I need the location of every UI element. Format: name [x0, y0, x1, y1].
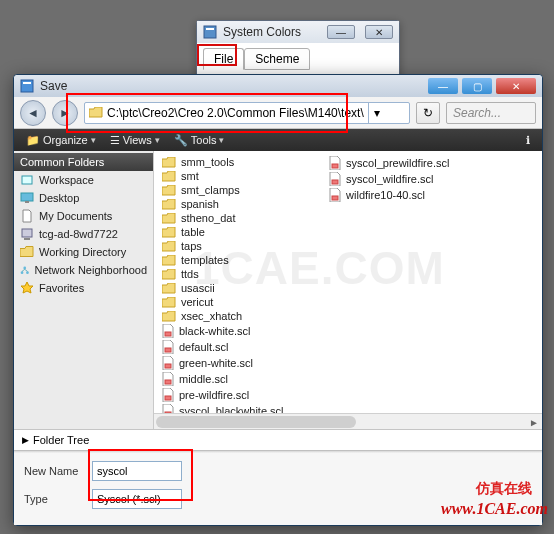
folder-icon	[89, 107, 103, 118]
file-item[interactable]: syscol_wildfire.scl	[327, 171, 451, 187]
newname-input[interactable]: syscol	[92, 461, 182, 481]
address-dropdown-icon[interactable]: ▾	[368, 103, 386, 123]
workdir-icon	[20, 245, 34, 259]
scl-file-icon	[162, 388, 174, 402]
file-pane[interactable]: 1CAE.COM smm_toolssmtsmt_clampsspanishst…	[154, 151, 542, 413]
file-item[interactable]: default.scl	[160, 339, 313, 355]
scrollbar-thumb[interactable]	[156, 416, 356, 428]
file-item[interactable]: green-white.scl	[160, 355, 313, 371]
file-item[interactable]: middle.scl	[160, 371, 313, 387]
documents-icon	[20, 209, 34, 223]
svg-rect-13	[165, 348, 171, 352]
tab-file[interactable]: File	[203, 48, 244, 70]
file-item[interactable]: pre-wildfire.scl	[160, 387, 313, 403]
file-item[interactable]: black-white.scl	[160, 323, 313, 339]
save-titlebar[interactable]: Save — ▢ ✕	[14, 75, 542, 97]
sidebar-header: Common Folders	[14, 153, 153, 171]
search-input[interactable]: Search...	[446, 102, 536, 124]
svg-point-11	[23, 267, 26, 270]
folder-item[interactable]: vericut	[160, 295, 313, 309]
save-app-icon	[20, 79, 34, 93]
scroll-right-icon[interactable]: ►	[526, 414, 542, 429]
folder-item[interactable]: ttds	[160, 267, 313, 281]
address-text: C:\ptc\Creo2\Creo 2.0\Common Files\M140\…	[107, 106, 364, 120]
svg-rect-2	[21, 80, 33, 92]
sidebar-item-network[interactable]: Network Neighborhood	[14, 261, 153, 279]
close-button[interactable]: ✕	[365, 25, 393, 39]
folder-icon	[162, 213, 176, 224]
chevron-right-icon: ▶	[22, 435, 29, 445]
svg-point-9	[21, 271, 24, 274]
tools-menu[interactable]: 🔧 Tools	[168, 132, 231, 149]
minimize-button[interactable]: —	[428, 78, 458, 94]
minimize-button[interactable]: —	[327, 25, 355, 39]
organize-icon: 📁	[26, 134, 40, 147]
close-button[interactable]: ✕	[496, 78, 536, 94]
form-area: New Name syscol Type Syscol (*.scl)	[14, 453, 542, 525]
folder-item[interactable]: spanish	[160, 197, 313, 211]
system-colors-titlebar[interactable]: System Colors — ✕	[197, 21, 399, 43]
file-item[interactable]: syscol_blackwhite.scl	[160, 403, 313, 413]
address-bar[interactable]: C:\ptc\Creo2\Creo 2.0\Common Files\M140\…	[84, 102, 410, 124]
back-button[interactable]: ◄	[20, 100, 46, 126]
file-item[interactable]: wildfire10-40.scl	[327, 187, 451, 203]
folder-icon	[162, 297, 176, 308]
svg-rect-0	[204, 26, 216, 38]
favorites-icon	[20, 281, 34, 295]
svg-point-10	[26, 271, 29, 274]
folder-item[interactable]: smm_tools	[160, 155, 313, 169]
scl-file-icon	[162, 340, 174, 354]
svg-rect-16	[165, 396, 171, 400]
file-item[interactable]: syscol_prewildfire.scl	[327, 155, 451, 171]
scl-file-icon	[162, 324, 174, 338]
folder-item[interactable]: table	[160, 225, 313, 239]
folder-icon	[162, 283, 176, 294]
app-icon	[203, 25, 217, 39]
workspace-icon	[20, 173, 34, 187]
type-label: Type	[24, 493, 84, 505]
save-title: Save	[40, 79, 422, 93]
svg-rect-4	[22, 176, 32, 184]
refresh-button[interactable]: ↻	[416, 102, 440, 124]
folder-item[interactable]: stheno_dat	[160, 211, 313, 225]
type-select[interactable]: Syscol (*.scl)	[92, 489, 182, 509]
sidebar-item-workspace[interactable]: Workspace	[14, 171, 153, 189]
forward-button[interactable]: ►	[52, 100, 78, 126]
folder-item[interactable]: xsec_xhatch	[160, 309, 313, 323]
folder-icon	[162, 157, 176, 168]
folder-icon	[162, 241, 176, 252]
folder-item[interactable]: smt	[160, 169, 313, 183]
folder-icon	[162, 171, 176, 182]
folder-icon	[162, 227, 176, 238]
save-dialog: Save — ▢ ✕ ◄ ► C:\ptc\Creo2\Creo 2.0\Com…	[13, 74, 543, 526]
sidebar-item-desktop[interactable]: Desktop	[14, 189, 153, 207]
folder-icon	[162, 311, 176, 322]
maximize-button[interactable]: ▢	[462, 78, 492, 94]
folder-item[interactable]: templates	[160, 253, 313, 267]
sidebar-item-computer[interactable]: tcg-ad-8wd7722	[14, 225, 153, 243]
folder-item[interactable]: usascii	[160, 281, 313, 295]
toolbar-help-icon[interactable]: ℹ	[520, 134, 536, 147]
views-menu[interactable]: ☰ Views	[104, 132, 166, 149]
svg-rect-8	[24, 238, 30, 240]
folder-icon	[162, 255, 176, 266]
toolbar: 📁 Organize ☰ Views 🔧 Tools ℹ	[14, 129, 542, 151]
horizontal-scrollbar[interactable]: ◄ ►	[154, 413, 542, 429]
folder-tree-toggle[interactable]: ▶ Folder Tree	[14, 429, 542, 450]
organize-menu[interactable]: 📁 Organize	[20, 132, 102, 149]
folder-item[interactable]: taps	[160, 239, 313, 253]
svg-rect-21	[332, 196, 338, 200]
scl-file-icon	[329, 172, 341, 186]
svg-rect-14	[165, 364, 171, 368]
sidebar-item-documents[interactable]: My Documents	[14, 207, 153, 225]
tools-icon: 🔧	[174, 134, 188, 147]
folder-icon	[162, 185, 176, 196]
folder-item[interactable]: smt_clamps	[160, 183, 313, 197]
sidebar-item-favorites[interactable]: Favorites	[14, 279, 153, 297]
sidebar-item-workdir[interactable]: Working Directory	[14, 243, 153, 261]
network-icon	[20, 263, 29, 277]
svg-rect-5	[21, 193, 33, 201]
tab-scheme[interactable]: Scheme	[244, 48, 310, 70]
svg-rect-12	[165, 332, 171, 336]
scl-file-icon	[329, 156, 341, 170]
